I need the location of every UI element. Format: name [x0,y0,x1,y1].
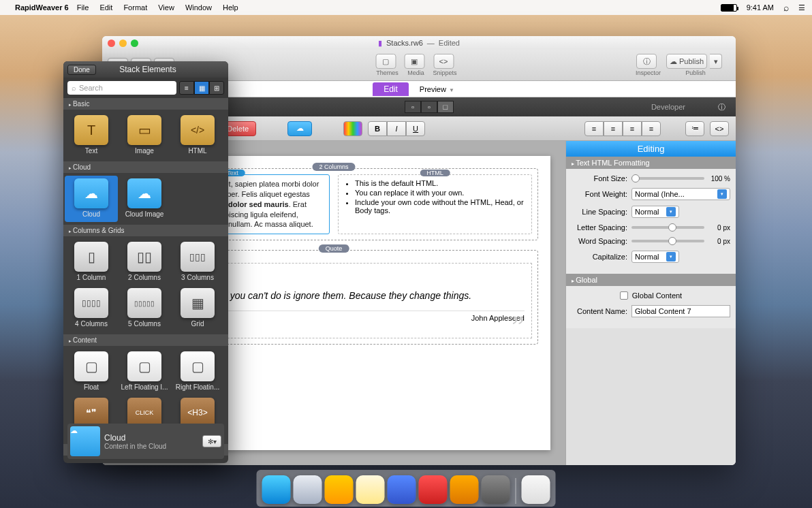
themes-label: Themes [376,69,399,76]
detail-name: Cloud [104,433,198,443]
font-weight-select[interactable]: Normal (Inhe...▾ [631,188,730,200]
dock-trash-icon[interactable] [522,475,550,504]
menu-view[interactable]: View [158,3,174,12]
dock-itunes-icon[interactable] [419,475,448,504]
panel-detail: ☁ Cloud Content in the Cloud ✻▾ [67,424,224,459]
media-button[interactable]: ▣ [404,54,424,69]
item-float[interactable]: ▢Float [65,349,118,395]
dock-notes-icon[interactable] [356,475,385,504]
item-grid[interactable]: ▦Grid [171,285,224,332]
global-content-checkbox[interactable] [620,291,628,300]
spotlight-icon[interactable]: ⌕ [783,2,789,13]
inspector-panel: Editing Text HTML Formatting Font Size: … [565,141,736,465]
italic-button[interactable]: I [387,121,406,136]
letter-spacing-slider[interactable] [631,226,704,229]
word-spacing-slider[interactable] [631,240,704,242]
group-cloud[interactable]: Cloud [63,161,228,173]
list-icon[interactable]: ☰ [798,3,805,12]
section-text-formatting[interactable]: Text HTML Formatting [566,157,736,169]
dock [257,470,556,507]
align-right-button[interactable]: ≡ [623,121,642,136]
group-content[interactable]: Content [63,334,228,346]
align-left-button[interactable]: ≡ [584,121,604,136]
color-button[interactable] [343,121,362,136]
item-4columns[interactable]: ▯▯▯▯4 Columns [65,285,118,332]
doc-icon: ▮ [378,39,382,48]
item-html[interactable]: </>HTML [171,112,224,159]
font-size-slider[interactable] [631,177,704,180]
content-name-input[interactable]: Global Content 7 [631,305,730,317]
item-cloud[interactable]: ☁Cloud [65,176,118,222]
minimize-icon[interactable] [119,39,127,47]
themes-button[interactable]: ▢ [375,54,396,69]
item-3columns[interactable]: ▯▯▯3 Columns [171,239,224,285]
content-name-label: Content Name: [572,307,627,315]
menubar: RapidWeaver 6 File Edit Format View Wind… [0,0,812,15]
tab-edit[interactable]: Edit [373,82,409,96]
battery-icon[interactable] [721,4,737,12]
responsive-tablet[interactable]: ▫ [421,101,437,113]
capitalize-label: Capitalize: [572,253,627,261]
cloud-button[interactable]: ☁ [287,121,312,136]
clock[interactable]: 9:41 AM [747,3,774,12]
menu-help[interactable]: Help [223,3,238,12]
menu-file[interactable]: File [77,3,89,12]
item-text[interactable]: TText [65,112,118,159]
dock-settings-icon[interactable] [482,475,510,504]
responsive-mobile[interactable]: ▫ [405,101,421,113]
font-size-value: 100 % [707,175,730,182]
zoom-icon[interactable] [131,39,138,47]
close-icon[interactable] [108,39,115,47]
item-image[interactable]: ▭Image [118,112,171,159]
group-columns[interactable]: Columns & Grids [63,225,228,236]
view-small-button[interactable]: ⊞ [209,81,224,95]
menu-edit[interactable]: Edit [99,3,112,12]
html-stack[interactable]: HTML This is the default HTML. You can r… [338,174,532,234]
section-global[interactable]: Global [566,274,736,286]
dock-preview-icon[interactable] [325,475,354,504]
item-5columns[interactable]: ▯▯▯▯▯5 Columns [118,285,171,332]
html-label: HTML [420,170,450,176]
dock-app1-icon[interactable] [388,475,416,504]
info-icon[interactable]: ⓘ [715,101,728,112]
responsive-desktop[interactable]: □ [437,101,454,113]
item-2columns[interactable]: ▯▯2 Columns [118,239,171,285]
stack-elements-panel: Done Stack Elements ⌕Search ≡ ▦ ⊞ Basic … [63,61,228,463]
inspector-button[interactable]: ⓘ [636,54,657,69]
align-justify-button[interactable]: ≡ [642,121,661,136]
menu-format[interactable]: Format [123,3,147,12]
item-1column[interactable]: ▯1 Column [65,239,118,285]
search-input[interactable]: ⌕Search [67,81,176,95]
publish-button[interactable]: ☁ Publish [666,54,707,69]
font-weight-label: Font Weight: [572,190,627,198]
publish-menu-button[interactable]: ▾ [710,54,722,69]
media-label: Media [407,69,424,76]
dock-finder-icon[interactable] [262,475,291,504]
inspector-label: Inspector [636,69,661,76]
view-grid-button[interactable]: ▦ [194,81,209,95]
item-left-float[interactable]: ▢Left Floating I... [118,349,171,395]
code-button[interactable]: <> [710,121,729,136]
search-icon: ⌕ [72,84,76,92]
item-cloud-image[interactable]: ☁Cloud Image [118,176,171,222]
line-spacing-select[interactable]: Normal▾ [631,206,679,218]
view-list-button[interactable]: ≡ [179,81,194,95]
group-basic[interactable]: Basic [63,98,228,110]
word-spacing-label: Word Spacing: [572,237,627,245]
app-name[interactable]: RapidWeaver 6 [15,3,69,12]
bold-button[interactable]: B [368,121,387,136]
list-button[interactable]: ≔ [685,121,704,136]
underline-button[interactable]: U [406,121,425,136]
capitalize-select[interactable]: Normal▾ [631,251,679,263]
tab-preview[interactable]: Preview▼ [409,82,465,96]
item-right-float[interactable]: ▢Right Floatin... [171,349,224,395]
snippets-button[interactable]: <> [433,54,454,69]
titlebar: ▮ Stacks.rw6 — Edited [102,36,736,50]
dock-safari-icon[interactable] [294,475,322,504]
dock-ibooks-icon[interactable] [450,475,479,504]
panel-done-button[interactable]: Done [67,65,96,75]
gear-button[interactable]: ✻▾ [202,435,221,447]
doc-edited: Edited [439,39,460,47]
align-center-button[interactable]: ≡ [604,121,623,136]
menu-window[interactable]: Window [185,3,212,12]
